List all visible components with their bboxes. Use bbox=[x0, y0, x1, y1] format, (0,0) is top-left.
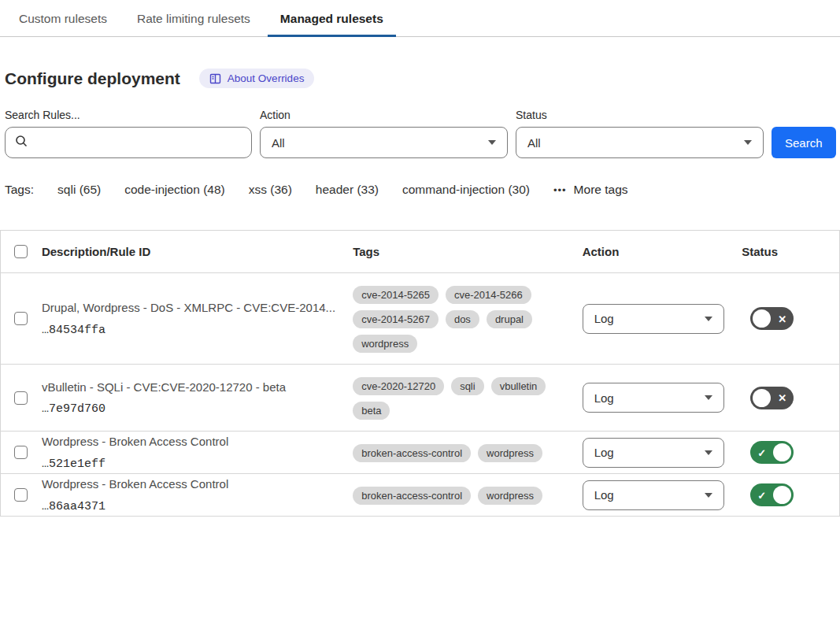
rule-action-value: Log bbox=[594, 488, 614, 502]
toggle-knob bbox=[753, 309, 771, 328]
rule-action-value: Log bbox=[594, 391, 614, 405]
about-overrides-link[interactable]: About Overrides bbox=[199, 69, 315, 88]
rule-action-value: Log bbox=[594, 312, 614, 325]
search-rules-box bbox=[5, 127, 252, 158]
row-checkbox[interactable] bbox=[14, 488, 28, 502]
action-filter-label: Action bbox=[260, 109, 508, 121]
table-row: Drupal, Wordpress - DoS - XMLRPC - CVE:C… bbox=[1, 273, 839, 365]
status-toggle[interactable]: ✓ ✕ bbox=[750, 441, 794, 464]
tag-chip: wordpress bbox=[353, 335, 417, 353]
more-tags-label: More tags bbox=[574, 183, 628, 197]
tag-chip: broken-access-control bbox=[353, 487, 471, 505]
tag-chip: wordpress bbox=[478, 487, 542, 505]
rule-description: vBulletin - SQLi - CVE:CVE-2020-12720 - … bbox=[42, 380, 337, 395]
row-checkbox[interactable] bbox=[14, 391, 28, 405]
rule-id: …84534ffa bbox=[42, 324, 337, 337]
rule-description: Wordpress - Broken Access Control bbox=[42, 476, 337, 492]
x-icon: ✕ bbox=[778, 393, 786, 403]
chevron-down-icon bbox=[705, 395, 712, 400]
tab-rate-limiting-rulesets[interactable]: Rate limiting rulesets bbox=[124, 7, 263, 36]
rule-id: …86aa4371 bbox=[42, 500, 337, 513]
rule-action-select[interactable]: Log bbox=[583, 383, 724, 413]
column-header-tags: Tags bbox=[353, 245, 582, 258]
rule-description: Drupal, Wordpress - DoS - XMLRPC - CVE:C… bbox=[42, 300, 337, 316]
rule-tags: broken-access-controlwordpress bbox=[353, 444, 574, 462]
tag-filter-sqli[interactable]: sqli (65) bbox=[57, 183, 101, 197]
status-filter-value: All bbox=[527, 136, 541, 150]
row-checkbox[interactable] bbox=[14, 312, 28, 325]
book-icon bbox=[209, 73, 221, 84]
column-header-description: Description/Rule ID bbox=[42, 245, 353, 258]
table-row: Wordpress - Broken Access Control …86aa4… bbox=[1, 474, 839, 516]
status-toggle[interactable]: ✓ ✕ bbox=[750, 483, 794, 506]
tag-chip: dos bbox=[446, 310, 479, 328]
table-header-row: Description/Rule ID Tags Action Status bbox=[1, 231, 839, 273]
rule-action-select[interactable]: Log bbox=[583, 480, 724, 510]
search-rules-input[interactable] bbox=[35, 136, 242, 150]
rule-tags: cve-2014-5265cve-2014-5266cve-2014-5267d… bbox=[353, 286, 574, 353]
rule-description: Wordpress - Broken Access Control bbox=[42, 434, 337, 450]
status-filter-label: Status bbox=[516, 109, 764, 121]
chevron-down-icon bbox=[488, 140, 496, 145]
tab-managed-rulesets[interactable]: Managed rulesets bbox=[268, 7, 396, 36]
search-button[interactable]: Search bbox=[772, 127, 836, 158]
chevron-down-icon bbox=[705, 493, 712, 498]
tag-chip: cve-2014-5267 bbox=[353, 310, 439, 328]
search-icon bbox=[15, 135, 28, 151]
tag-filter-xss[interactable]: xss (36) bbox=[249, 183, 292, 197]
more-tags-button[interactable]: ••• More tags bbox=[553, 183, 628, 197]
tags-bar-label: Tags: bbox=[5, 183, 34, 197]
tag-filter-header[interactable]: header (33) bbox=[316, 183, 379, 197]
x-icon: ✕ bbox=[778, 313, 786, 324]
column-header-action: Action bbox=[583, 245, 740, 258]
tag-chip: sqli bbox=[451, 377, 484, 395]
tag-chip: broken-access-control bbox=[353, 444, 471, 462]
status-toggle[interactable]: ✓ ✕ bbox=[750, 307, 794, 330]
tag-filter-code-injection[interactable]: code-injection (48) bbox=[124, 183, 225, 197]
rule-id: …521e1eff bbox=[42, 457, 337, 471]
tab-custom-rulesets[interactable]: Custom rulesets bbox=[6, 7, 120, 36]
tag-chip: vbulletin bbox=[491, 377, 546, 395]
select-all-checkbox[interactable] bbox=[14, 245, 28, 258]
rule-action-select[interactable]: Log bbox=[583, 304, 724, 334]
tag-chip: cve-2020-12720 bbox=[353, 377, 444, 395]
table-body: Drupal, Wordpress - DoS - XMLRPC - CVE:C… bbox=[1, 273, 839, 516]
tag-chip: cve-2014-5265 bbox=[353, 286, 439, 304]
status-toggle[interactable]: ✓ ✕ bbox=[750, 387, 794, 409]
tag-chip: drupal bbox=[487, 310, 532, 328]
action-filter-value: All bbox=[272, 136, 285, 150]
chevron-down-icon bbox=[705, 450, 712, 455]
ruleset-tabbar: Custom rulesets Rate limiting rulesets M… bbox=[0, 0, 840, 37]
rule-tags: cve-2020-12720sqlivbulletinbeta bbox=[353, 377, 574, 420]
rules-table: Description/Rule ID Tags Action Status D… bbox=[0, 230, 840, 517]
toggle-knob bbox=[753, 389, 771, 407]
ellipsis-icon: ••• bbox=[553, 184, 567, 196]
tag-chip: wordpress bbox=[478, 444, 542, 462]
column-header-status: Status bbox=[739, 245, 839, 258]
status-filter-select[interactable]: All bbox=[516, 127, 764, 158]
toggle-knob bbox=[773, 486, 791, 504]
page-title: Configure deployment bbox=[5, 69, 180, 88]
search-rules-label: Search Rules... bbox=[5, 109, 252, 121]
tag-chip: cve-2014-5266 bbox=[446, 286, 531, 304]
about-overrides-label: About Overrides bbox=[228, 72, 305, 84]
tag-chip: beta bbox=[353, 402, 390, 420]
check-icon: ✓ bbox=[757, 490, 766, 500]
tag-filter-command-injection[interactable]: command-injection (30) bbox=[402, 183, 530, 197]
rule-action-value: Log bbox=[594, 446, 614, 459]
table-row: Wordpress - Broken Access Control …521e1… bbox=[1, 432, 839, 474]
rule-tags: broken-access-controlwordpress bbox=[353, 487, 574, 505]
toggle-knob bbox=[773, 443, 791, 461]
table-row: vBulletin - SQLi - CVE:CVE-2020-12720 - … bbox=[1, 365, 839, 432]
action-filter-select[interactable]: All bbox=[260, 127, 508, 158]
rule-id: …7e97d760 bbox=[42, 402, 337, 416]
chevron-down-icon bbox=[744, 140, 752, 145]
check-icon: ✓ bbox=[757, 447, 766, 457]
chevron-down-icon bbox=[705, 317, 712, 321]
rule-action-select[interactable]: Log bbox=[583, 438, 724, 468]
row-checkbox[interactable] bbox=[14, 446, 28, 459]
